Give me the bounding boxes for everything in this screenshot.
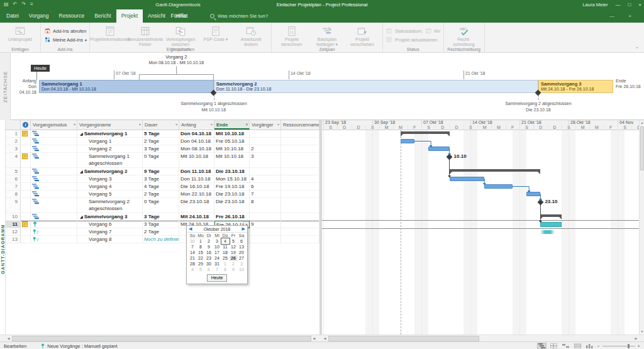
- end-cell[interactable]: Die 23.10.18: [214, 198, 250, 213]
- task-mode-cell[interactable]: [31, 168, 77, 175]
- next-month-icon[interactable]: ▶: [242, 226, 245, 231]
- row-number[interactable]: 4: [6, 153, 21, 168]
- resource-cell[interactable]: [281, 228, 319, 236]
- row-number[interactable]: 13: [6, 236, 21, 243]
- duration-cell[interactable]: Noch zu definieren: [143, 236, 179, 243]
- datepicker-day[interactable]: 24: [213, 255, 221, 261]
- datepicker-day[interactable]: 15: [197, 250, 205, 255]
- row-info-cell[interactable]: [21, 168, 31, 175]
- task-name-cell[interactable]: ◢Sammelvorgang 3: [77, 213, 143, 221]
- redo-icon[interactable]: ↷: [21, 1, 26, 7]
- resource-cell[interactable]: [281, 138, 319, 145]
- undo-icon[interactable]: ↶: [13, 1, 18, 7]
- filter-arrow-icon[interactable]: ▾: [246, 120, 248, 130]
- datepicker-day[interactable]: 28: [189, 261, 197, 267]
- resource-cell[interactable]: [281, 198, 319, 213]
- filter-arrow-icon[interactable]: ▾: [175, 120, 177, 130]
- predecessor-cell[interactable]: [250, 130, 281, 138]
- predecessor-cell[interactable]: 4: [250, 175, 281, 183]
- today-flag[interactable]: Heute: [31, 65, 50, 72]
- resource-cell[interactable]: [281, 236, 319, 243]
- start-cell[interactable]: Don 11.10.18: [179, 175, 214, 183]
- zoom-slider-thumb[interactable]: [628, 344, 630, 348]
- datepicker-day[interactable]: 22: [197, 255, 205, 261]
- task-name-cell[interactable]: Sammelvorgang 2 abgeschlossen: [77, 198, 143, 213]
- datepicker-day[interactable]: 6: [205, 267, 213, 272]
- table-row[interactable]: 13?Vorgang 8Noch zu definieren: [6, 236, 319, 243]
- chart-body[interactable]: 10.1023.10: [322, 130, 639, 335]
- start-cell[interactable]: Die 16.10.18: [179, 183, 214, 191]
- collapse-triangle-icon[interactable]: ◢: [80, 132, 83, 136]
- task-name-cell[interactable]: Vorgang 3: [77, 175, 143, 183]
- row-info-cell[interactable]: [21, 228, 31, 236]
- new-tasks-status[interactable]: Neue Vorgänge : Manuell geplant: [40, 343, 117, 349]
- task-name-cell[interactable]: Vorgang 6: [77, 221, 143, 228]
- row-number[interactable]: 2: [6, 138, 21, 145]
- end-cell[interactable]: Die 23.10.18: [214, 168, 250, 175]
- resource-cell[interactable]: [281, 191, 319, 198]
- task-name-cell[interactable]: Vorgang 7: [77, 228, 143, 236]
- datepicker-day[interactable]: 14: [189, 250, 197, 255]
- task-mode-cell[interactable]: [31, 213, 77, 221]
- row-number[interactable]: 7: [6, 183, 21, 191]
- tell-me-search[interactable]: Was möchten Sie tun?: [210, 9, 268, 23]
- task-mode-cell[interactable]: ?: [31, 236, 77, 243]
- row-info-cell[interactable]: [21, 153, 31, 168]
- datepicker-day[interactable]: 30: [189, 238, 197, 244]
- vertical-scrollbar[interactable]: ▲ ▼: [639, 120, 644, 335]
- datepicker-day[interactable]: 8: [197, 244, 205, 250]
- datepicker-day[interactable]: 9: [230, 267, 238, 272]
- end-cell[interactable]: Mit 10.10.18: [214, 153, 250, 168]
- collapse-ribbon-icon[interactable]: ⌃: [635, 47, 639, 347]
- row-number[interactable]: 5: [6, 168, 21, 175]
- duration-cell[interactable]: 2 Tage: [143, 228, 179, 236]
- table-row[interactable]: 6Vorgang 33 TageDon 11.10.18Mon 15.10.18…: [6, 175, 319, 183]
- resource-cell[interactable]: [281, 153, 319, 168]
- predecessor-cell[interactable]: 3: [250, 153, 281, 168]
- vertical-scroll-thumb[interactable]: [640, 126, 644, 170]
- datepicker-day[interactable]: 2: [205, 238, 213, 244]
- datepicker-day[interactable]: 29: [197, 261, 205, 267]
- datepicker-day[interactable]: 1: [221, 261, 230, 267]
- table-hscroll-thumb[interactable]: [12, 336, 311, 341]
- datepicker-day[interactable]: 17: [213, 250, 221, 255]
- zoom-out-icon[interactable]: −: [597, 343, 599, 349]
- zoom-slider[interactable]: [602, 346, 635, 346]
- duration-cell[interactable]: 4 Tage: [143, 183, 179, 191]
- scroll-down-icon[interactable]: ▼: [640, 329, 644, 335]
- predecessor-cell[interactable]: 7: [250, 191, 281, 198]
- start-cell[interactable]: Don 11.10.18: [179, 168, 214, 175]
- start-cell[interactable]: Don 04.10.18: [179, 130, 214, 138]
- table-row[interactable]: 3Vorgang 23 TageMon 08.10.18Mit 10.10.18…: [6, 145, 319, 153]
- datepicker-day[interactable]: 13: [238, 244, 246, 250]
- end-cell[interactable]: Mit 10.10.18: [214, 145, 250, 153]
- task-name-cell[interactable]: ◢Sammelvorgang 2: [77, 168, 143, 175]
- resource-cell[interactable]: [281, 213, 319, 221]
- datepicker-day[interactable]: 2: [230, 261, 238, 267]
- timeline-pane[interactable]: ZEITACHSE Vorgang 2Mon 08.10.18 - Mit 10…: [0, 53, 644, 120]
- column-header-ress[interactable]: Ressourcennamen: [281, 120, 319, 130]
- tab-ressource[interactable]: Ressource: [54, 9, 90, 23]
- duration-cell[interactable]: 0 Tage: [143, 198, 179, 213]
- predecessor-cell[interactable]: 8: [250, 198, 281, 213]
- duration-cell[interactable]: 2 Tage: [143, 138, 179, 145]
- datepicker-day[interactable]: 6: [238, 238, 246, 244]
- table-row[interactable]: 7Vorgang 44 TageDie 16.10.18Fre 19.10.18…: [6, 183, 319, 191]
- row-info-cell[interactable]: [21, 175, 31, 183]
- task-mode-cell[interactable]: [31, 221, 77, 228]
- save-icon[interactable]: ▤: [4, 1, 9, 7]
- collapse-triangle-icon[interactable]: ◢: [80, 215, 83, 219]
- task-name-cell[interactable]: Vorgang 8: [77, 236, 143, 243]
- resource-cell[interactable]: [281, 145, 319, 153]
- datepicker-day[interactable]: 26: [230, 255, 238, 261]
- table-row[interactable]: 1◢Sammelvorgang 15 TageDon 04.10.18Mit 1…: [6, 130, 319, 138]
- filter-arrow-icon[interactable]: ▾: [74, 120, 75, 130]
- column-header-ende[interactable]: Ende▾: [214, 120, 250, 130]
- datepicker-day[interactable]: 1: [197, 238, 205, 244]
- task-mode-cell[interactable]: [31, 138, 77, 145]
- table-row[interactable]: 11Vorgang 63 TageMit 24.10.18Fre 26.10.1…: [6, 221, 319, 228]
- datepicker-day[interactable]: 25: [221, 255, 230, 261]
- scroll-left-icon[interactable]: ◀: [6, 336, 11, 341]
- ribbon-button[interactable]: Add-Ins abrufen: [43, 28, 87, 35]
- row-info-cell[interactable]: [21, 130, 31, 138]
